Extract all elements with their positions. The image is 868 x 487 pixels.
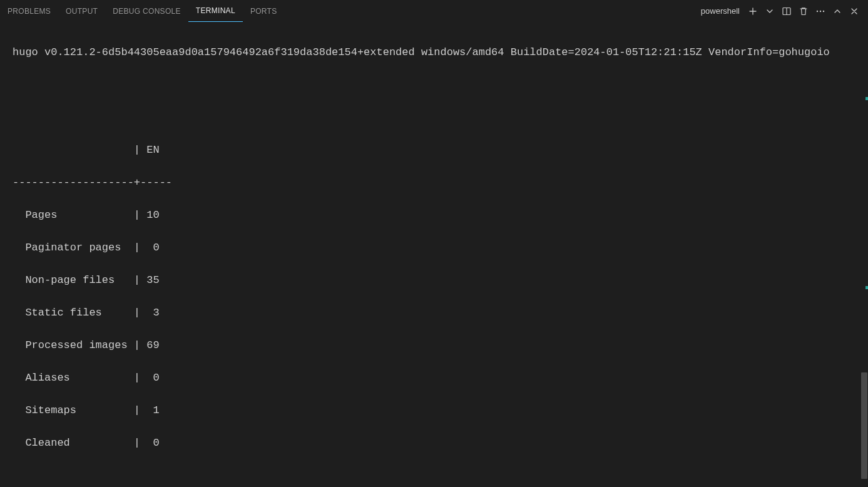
scrollbar-thumb[interactable]: [861, 372, 867, 479]
table-separator: -------------------+-----: [13, 175, 855, 191]
tab-output[interactable]: OUTPUT: [58, 0, 105, 22]
scroll-marker: [865, 97, 868, 100]
panel-tabs: PROBLEMS OUTPUT DEBUG CONSOLE TERMINAL P…: [0, 0, 285, 22]
table-row: Static files | 3: [13, 305, 855, 321]
svg-point-4: [823, 10, 824, 11]
svg-point-3: [820, 10, 821, 11]
table-header: | EN: [13, 142, 855, 158]
terminal-output[interactable]: hugo v0.121.2-6d5b44305eaa9d0a157946492a…: [0, 22, 868, 487]
maximize-panel-button[interactable]: [830, 4, 845, 19]
tab-debug-console[interactable]: DEBUG CONSOLE: [105, 0, 188, 22]
tab-ports[interactable]: PORTS: [243, 0, 285, 22]
table-row: Processed images | 69: [13, 337, 855, 354]
panel-actions: powershell: [694, 4, 862, 19]
blank-line: [13, 110, 855, 126]
kill-terminal-button[interactable]: [796, 4, 811, 19]
more-actions-button[interactable]: [813, 4, 828, 19]
tab-terminal[interactable]: TERMINAL: [188, 0, 243, 22]
blank-line: [13, 468, 855, 484]
scroll-marker: [865, 286, 868, 289]
table-row: Sitemaps | 1: [13, 402, 855, 419]
table-row: Cleaned | 0: [13, 435, 855, 451]
table-row: Aliases | 0: [13, 370, 855, 386]
panel-header: PROBLEMS OUTPUT DEBUG CONSOLE TERMINAL P…: [0, 0, 868, 22]
split-terminal-button[interactable]: [779, 4, 794, 19]
svg-point-2: [817, 10, 818, 11]
table-row: Paginator pages | 0: [13, 240, 855, 256]
new-terminal-button[interactable]: [745, 4, 760, 19]
table-row: Non-page files | 35: [13, 272, 855, 289]
terminal-dropdown-icon[interactable]: [762, 4, 777, 19]
shell-selector[interactable]: powershell: [694, 6, 743, 16]
blank-line: [13, 77, 855, 93]
hugo-version-line: hugo v0.121.2-6d5b44305eaa9d0a157946492a…: [13, 44, 855, 61]
shell-name: powershell: [701, 6, 740, 16]
close-panel-button[interactable]: [847, 4, 862, 19]
table-row: Pages | 10: [13, 207, 855, 223]
terminal-scrollbar[interactable]: [860, 22, 868, 487]
tab-problems[interactable]: PROBLEMS: [0, 0, 58, 22]
